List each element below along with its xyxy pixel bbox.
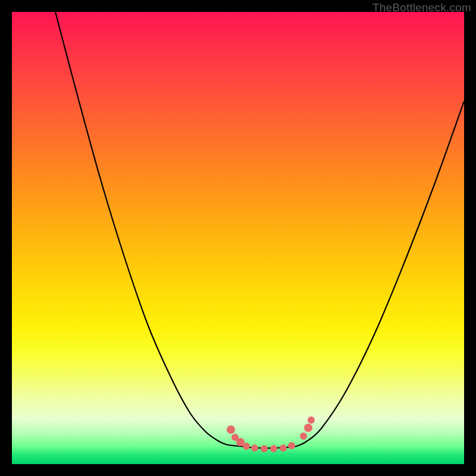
valley-marker [304,424,312,432]
valley-marker [251,444,258,452]
valley-marker [280,444,287,452]
valley-marker [227,425,235,434]
valley-marker [300,433,307,440]
curve-layer [12,12,464,464]
valley-marker [270,445,277,452]
valley-marker [308,416,315,424]
outer-frame: TheBottleneck.com [0,0,476,476]
valley-marker [288,442,295,449]
plot-area [12,12,464,464]
bottleneck-curve [55,12,464,448]
valley-marker [261,445,268,452]
valley-marker [243,443,250,450]
attribution-text: TheBottleneck.com [372,1,471,14]
